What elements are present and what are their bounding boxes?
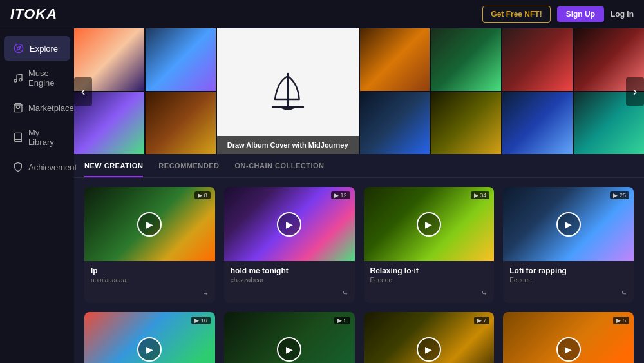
sidebar-label-explore: Explore	[30, 44, 58, 54]
hero-img-4	[146, 92, 216, 155]
hero-right-col-2	[431, 28, 501, 154]
tab-recommended[interactable]: RECOMMENDED	[158, 162, 219, 177]
card-footer-hold: ⤷	[224, 289, 355, 303]
content-area: ‹	[74, 28, 644, 363]
play-button-yb[interactable]: ▶	[417, 337, 441, 362]
card-hold-me-tonight[interactable]: ▶ 12 ▶ hold me tonight chazzabear ⤷	[224, 187, 355, 303]
sidebar-label-marketplace: Marketplace	[28, 103, 74, 113]
sidebar-item-muse-engine[interactable]: Muse Engine	[4, 62, 70, 94]
book-icon	[13, 132, 23, 143]
card-count-yb: ▶ 7	[474, 317, 490, 324]
sidebar-label-achievement: Achievement	[28, 162, 77, 172]
compass-icon	[13, 43, 24, 54]
card-author-hold: chazzabear	[231, 277, 348, 284]
sidebar-item-my-library[interactable]: My Library	[4, 121, 70, 153]
play-button-anistia[interactable]: ▶	[137, 337, 162, 362]
card-thumb-hold: ▶ 12 ▶	[224, 187, 355, 261]
card-info-lp: lp nomiaaaaaa	[84, 261, 215, 289]
play-button-relaxing[interactable]: ▶	[417, 212, 441, 237]
card-author-rapping: Eeeeee	[509, 277, 627, 284]
card-count-hold: ▶ 12	[331, 191, 350, 199]
sidebar-item-explore[interactable]: Explore	[4, 36, 70, 61]
tabs-section: NEW CREATION RECOMMENDED ON-CHAIN COLLEC…	[74, 154, 644, 178]
hero-center-label: Draw Album Cover with MidJourney	[217, 136, 359, 154]
sidebar-item-achievement[interactable]: Achievement	[4, 155, 70, 179]
card-thumb-anistia: ▶ 16 ▶	[84, 312, 215, 363]
hero-img-9	[431, 28, 501, 91]
card-concert[interactable]: ▶ 5 ▶ ⤷	[503, 312, 634, 363]
play-button-lp[interactable]: ▶	[137, 212, 162, 237]
hero-prev-button[interactable]: ‹	[74, 77, 92, 106]
svg-marker-1	[17, 46, 21, 50]
hero-right-col-3	[502, 28, 573, 154]
card-thumb-rapping: ▶ 25 ▶	[503, 187, 634, 261]
get-nft-button[interactable]: Get Free NFT!	[482, 6, 550, 23]
hero-left-col-2	[146, 28, 216, 154]
hero-img-8	[360, 92, 430, 155]
share-icon-rapping[interactable]: ⤷	[621, 289, 627, 298]
card-thumb-concert: ▶ 5 ▶	[503, 312, 634, 363]
card-title-rapping: Lofi for rapping	[509, 266, 627, 275]
card-thumb-yb: ▶ 7 ▶	[364, 312, 495, 363]
play-button-rapping[interactable]: ▶	[556, 212, 581, 237]
card-thumb-forest: ▶ 5 ▶	[224, 312, 355, 363]
card-count-concert: ▶ 5	[613, 317, 629, 324]
card-relaxing-lofi[interactable]: ▶ 34 ▶ Relaxing lo-if Eeeeee ⤷	[364, 187, 495, 303]
hero-img-7	[360, 28, 430, 91]
svg-point-3	[19, 79, 22, 81]
card-anistia[interactable]: ▶ 16 ▶ ANISTIA AASISTA ⤷	[84, 312, 215, 363]
login-button[interactable]: Log In	[611, 10, 634, 19]
play-button-forest[interactable]: ▶	[277, 337, 301, 362]
card-yellow-black[interactable]: ▶ 7 ▶ ⤷	[364, 312, 495, 363]
card-title-lp: lp	[91, 266, 209, 275]
card-footer-lp: ⤷	[84, 289, 215, 303]
card-author-relaxing: Eeeeee	[370, 277, 488, 284]
card-thumb-lp: ▶ 8 ▶	[84, 187, 215, 261]
play-button-hold[interactable]: ▶	[277, 212, 301, 237]
share-icon-relaxing[interactable]: ⤷	[481, 289, 488, 298]
hero-images: Draw Album Cover with MidJourney	[74, 28, 644, 154]
share-icon-hold[interactable]: ⤷	[342, 289, 348, 298]
hero-img-11	[502, 28, 573, 91]
cards-row-1: ▶ 8 ▶ lp nomiaaaaaa ⤷ ▶ 12 ▶ hold me ton…	[74, 178, 644, 312]
logo: ITOKA	[10, 6, 57, 23]
card-info-relaxing: Relaxing lo-if Eeeeee	[364, 261, 495, 289]
tab-new-creation[interactable]: NEW CREATION	[84, 162, 143, 177]
card-footer-rapping: ⤷	[503, 289, 634, 303]
hero-banner: ‹	[74, 28, 644, 154]
card-author-lp: nomiaaaaaa	[91, 277, 209, 284]
shield-icon	[13, 161, 23, 173]
card-forest[interactable]: ▶ 5 ▶ ⤷	[224, 312, 355, 363]
card-info-rapping: Lofi for rapping Eeeeee	[503, 261, 634, 289]
card-count-lp: ▶ 8	[194, 191, 211, 199]
sidebar-item-marketplace[interactable]: Marketplace	[4, 95, 70, 120]
sidebar-label-my-library: My Library	[28, 128, 61, 147]
hero-center-bg	[217, 28, 359, 154]
card-count-relaxing: ▶ 34	[471, 191, 490, 199]
card-lp[interactable]: ▶ 8 ▶ lp nomiaaaaaa ⤷	[84, 187, 215, 303]
play-button-concert[interactable]: ▶	[556, 337, 581, 362]
card-thumb-relaxing: ▶ 34 ▶	[364, 187, 495, 261]
share-icon-lp[interactable]: ⤷	[202, 289, 209, 298]
main-layout: Explore Muse Engine Marketplace	[0, 28, 644, 363]
sidebar: Explore Muse Engine Marketplace	[0, 28, 74, 363]
hero-right-col-1	[360, 28, 430, 154]
hero-img-3	[146, 28, 216, 91]
svg-point-2	[14, 79, 17, 82]
card-count-anistia: ▶ 16	[191, 317, 211, 324]
hero-next-button[interactable]: ›	[626, 77, 644, 106]
music-note-icon	[13, 72, 23, 84]
card-title-hold: hold me tonight	[231, 266, 348, 275]
sidebar-label-muse-engine: Muse Engine	[28, 68, 61, 88]
hero-center-image[interactable]: Draw Album Cover with MidJourney	[217, 28, 359, 154]
header-actions: Get Free NFT! Sign Up Log In	[482, 6, 634, 23]
svg-point-0	[14, 44, 23, 52]
hero-img-12	[502, 92, 573, 155]
tab-on-chain[interactable]: ON-CHAIN COLLECTION	[234, 162, 324, 177]
signup-button[interactable]: Sign Up	[557, 6, 604, 22]
card-footer-relaxing: ⤷	[364, 289, 495, 303]
card-count-rapping: ▶ 25	[610, 191, 629, 199]
card-lofi-rapping[interactable]: ▶ 25 ▶ Lofi for rapping Eeeeee ⤷	[503, 187, 634, 303]
card-title-relaxing: Relaxing lo-if	[370, 266, 488, 275]
cards-row-2: ▶ 16 ▶ ANISTIA AASISTA ⤷ ▶ 5 ▶ ⤷	[74, 312, 644, 363]
